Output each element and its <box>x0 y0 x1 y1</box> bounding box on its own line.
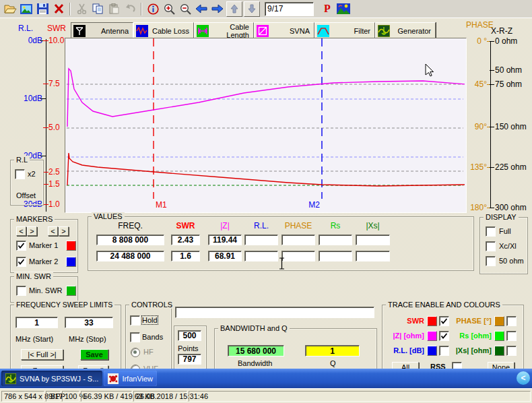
taskbar-collapse-button[interactable]: < <box>517 371 530 385</box>
display-full-label: Full <box>499 227 511 235</box>
page-indicator-input[interactable] <box>265 2 314 16</box>
command-input[interactable] <box>175 307 374 318</box>
sweep-chart[interactable]: M1M2 <box>65 38 467 213</box>
copy-icon[interactable] <box>90 1 106 17</box>
trace-checkbox-swr[interactable] <box>439 316 449 326</box>
value-field-row1-freq[interactable]: 8 808 000 <box>96 235 164 245</box>
trace-color-chip-swr[interactable] <box>427 316 437 326</box>
marker1-prev-button[interactable]: < <box>16 226 26 236</box>
rss-checkbox[interactable] <box>452 362 462 369</box>
hold-checkbox[interactable] <box>130 315 140 326</box>
save-button[interactable]: Save <box>80 349 108 360</box>
marker2-checkbox[interactable] <box>16 257 26 267</box>
value-field-row2-freq[interactable]: 24 488 000 <box>96 251 164 261</box>
value-field-row1-phase[interactable] <box>281 235 315 245</box>
trace-checkbox-xs-ohm[interactable] <box>506 346 517 356</box>
open-folder-icon[interactable] <box>2 1 18 17</box>
first-image-icon[interactable] <box>226 1 242 17</box>
freq-start-input[interactable]: 1 <box>15 317 58 328</box>
trace-label-swr: SWR <box>384 317 424 325</box>
min-swr-box: MIN. SWR Min. SWR <box>10 276 78 303</box>
trace-color-chip-phase[interactable] <box>494 316 504 326</box>
bands-checkbox[interactable] <box>130 332 140 342</box>
trace-color-chip-xs-ohm[interactable] <box>494 346 504 356</box>
phase-axis-tick-label: 180° <box>466 203 487 212</box>
value-field-row1-swr[interactable]: 2.43 <box>171 235 200 245</box>
trace-color-chip-rs-ohm[interactable] <box>494 331 504 341</box>
display-50-ohm-checkbox[interactable] <box>486 256 496 266</box>
trace-checkbox-z-ohm[interactable] <box>439 331 449 341</box>
points-bottom-input[interactable]: 797 <box>178 354 201 365</box>
collapse-chevron: < <box>521 373 525 383</box>
full-span-button[interactable]: |< Full >| <box>21 349 63 360</box>
value-field-row1-r-l[interactable] <box>244 235 278 245</box>
points-top-input[interactable]: 500 <box>178 330 201 341</box>
last-image-icon[interactable] <box>244 1 260 17</box>
paste-icon[interactable] <box>106 1 122 17</box>
irfanview-toolbar: P <box>0 0 532 18</box>
trace-checkbox-phase[interactable] <box>506 316 517 326</box>
trace-checkbox-r-l-db[interactable] <box>439 346 449 356</box>
status-segment-3: 100 % <box>62 391 79 402</box>
cut-icon[interactable] <box>73 1 90 17</box>
bandwidth-q-box: BANDWIDTH and Q 15 680 000 Bandwidth 1 Q <box>214 328 377 369</box>
hf-radio-label[interactable]: HF <box>143 348 154 356</box>
next-image-icon[interactable] <box>209 1 226 17</box>
trace-color-chip-r-l-db[interactable] <box>427 346 437 356</box>
value-field-row1-xs[interactable] <box>356 235 390 245</box>
right-axis-line <box>490 41 491 208</box>
palette-icon[interactable] <box>335 1 352 17</box>
axis-tick <box>490 127 494 127</box>
axis-tick <box>490 84 494 85</box>
rl-offset-label: Offset <box>16 191 36 199</box>
info-icon[interactable] <box>145 1 161 17</box>
value-field-row1-rs[interactable] <box>319 235 352 245</box>
min-swr-checkbox[interactable] <box>16 286 26 296</box>
value-field-row2-r-l[interactable] <box>244 251 278 261</box>
previous-image-icon[interactable] <box>193 1 209 17</box>
value-field-row2-phase[interactable] <box>281 251 315 261</box>
trace-label-z-ohm: |Z| [ohm] <box>384 332 424 340</box>
value-field-row2-z[interactable]: 68.91 <box>208 251 242 261</box>
value-field-row2-rs[interactable] <box>319 251 352 261</box>
rl-x2-checkbox[interactable] <box>15 169 25 179</box>
trace-all-button[interactable]: All <box>392 362 419 369</box>
value-field-row2-xs[interactable] <box>356 251 390 261</box>
taskbar-item-label: SVNA by SP3SWJ - S... <box>20 375 98 383</box>
value-field-row1-z[interactable]: 119.44 <box>208 235 242 245</box>
marker1-checkbox[interactable] <box>16 241 26 251</box>
marker1-next-button[interactable]: > <box>27 226 37 236</box>
marker2-next-button[interactable]: > <box>59 226 69 236</box>
rl-axis-title: R.L. <box>18 24 33 33</box>
irfanview-statusbar: 786 x 544 x 8 BPP9/17100 %56.39 KB / 419… <box>0 388 532 403</box>
axis-tick <box>43 184 48 185</box>
values-header-r-l: R.L. <box>244 221 278 230</box>
zoom-out-icon[interactable] <box>177 1 193 17</box>
display-50-ohm-label: 50 ohm <box>499 257 524 265</box>
values-header-phase: PHASE <box>281 221 315 230</box>
properties-button[interactable]: P <box>319 1 335 17</box>
marker2-prev-button[interactable]: < <box>48 226 58 236</box>
svna-icon <box>257 25 269 37</box>
trace-label-xs-ohm: |Xs| [ohm] <box>448 346 492 354</box>
trace-checkbox-rs-ohm[interactable] <box>506 331 517 341</box>
cable-length-icon <box>197 25 209 37</box>
swr-axis-tick-label: 7.5 <box>48 79 66 88</box>
toolbar-separator <box>141 3 142 16</box>
save-icon[interactable] <box>34 1 51 17</box>
display-xc-xl-checkbox[interactable] <box>486 241 496 251</box>
zoom-in-icon[interactable] <box>161 1 177 17</box>
freq-stop-input[interactable]: 33 <box>65 317 113 328</box>
taskbar-item-irfanview[interactable]: IrfanView <box>104 371 157 386</box>
trace-none-button[interactable]: None <box>488 362 514 369</box>
image-file-icon[interactable] <box>18 1 34 17</box>
taskbar-item-svna[interactable]: SVNA by SP3SWJ - S... <box>1 371 102 386</box>
trace-color-chip-z-ohm[interactable] <box>427 331 437 341</box>
delete-icon[interactable] <box>51 1 67 17</box>
display-full-checkbox[interactable] <box>486 226 496 237</box>
undo-icon[interactable] <box>122 1 138 17</box>
impedance-axis-tick-label: 150 ohm <box>495 122 530 131</box>
value-field-row2-swr[interactable]: 1.6 <box>171 251 200 261</box>
axis-tick <box>43 40 48 41</box>
axis-tick <box>40 98 46 99</box>
